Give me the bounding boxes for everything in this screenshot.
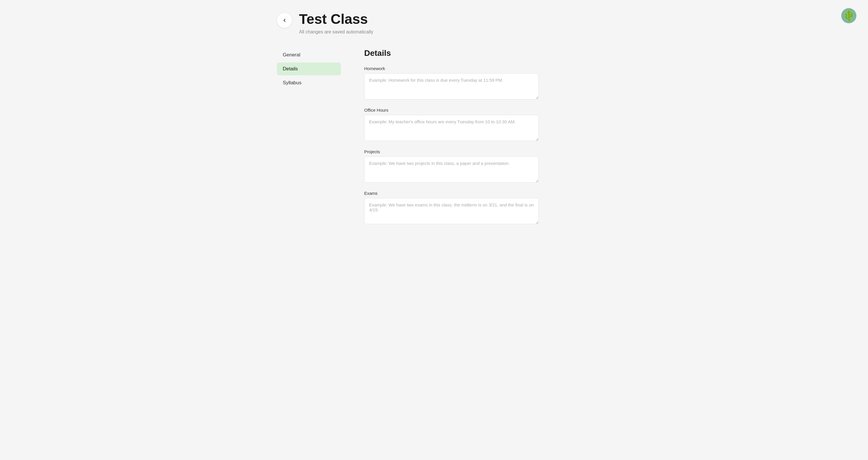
sidebar-item-details[interactable]: Details bbox=[277, 63, 341, 75]
homework-field-group: Homework bbox=[364, 66, 539, 101]
page-subtitle: All changes are saved automatically bbox=[299, 29, 591, 35]
sidebar-item-syllabus[interactable]: Syllabus bbox=[277, 76, 341, 89]
exams-textarea[interactable] bbox=[364, 198, 539, 224]
user-avatar[interactable]: 🌵 bbox=[841, 8, 856, 23]
page-container: Test Class All changes are saved automat… bbox=[259, 0, 609, 244]
exams-label: Exams bbox=[364, 191, 539, 196]
projects-label: Projects bbox=[364, 149, 539, 154]
homework-label: Homework bbox=[364, 66, 539, 71]
header-text: Test Class All changes are saved automat… bbox=[299, 12, 591, 35]
homework-textarea[interactable] bbox=[364, 73, 539, 99]
section-title: Details bbox=[364, 48, 539, 58]
content-area: General Details Syllabus Details Homewor… bbox=[277, 48, 591, 232]
projects-textarea[interactable] bbox=[364, 157, 539, 183]
page-title: Test Class bbox=[299, 12, 591, 27]
header: Test Class All changes are saved automat… bbox=[277, 12, 591, 35]
back-button[interactable] bbox=[277, 13, 292, 28]
office-hours-textarea[interactable] bbox=[364, 115, 539, 141]
main-content: Details Homework Office Hours Projects E… bbox=[364, 48, 539, 232]
office-hours-field-group: Office Hours bbox=[364, 107, 539, 142]
sidebar: General Details Syllabus bbox=[277, 48, 341, 232]
office-hours-label: Office Hours bbox=[364, 107, 539, 112]
back-arrow-icon bbox=[282, 18, 287, 23]
exams-field-group: Exams bbox=[364, 191, 539, 225]
projects-field-group: Projects bbox=[364, 149, 539, 184]
sidebar-item-general[interactable]: General bbox=[277, 48, 341, 61]
